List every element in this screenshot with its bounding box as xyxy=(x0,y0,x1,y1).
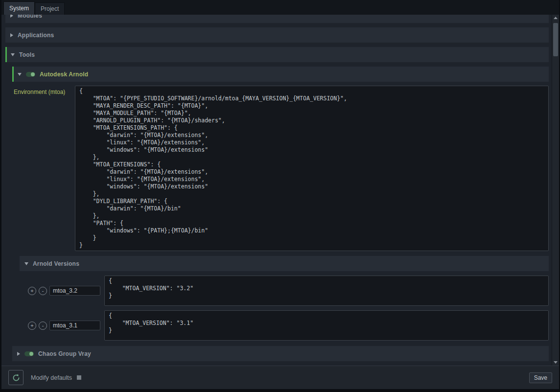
section-header-tools[interactable]: Tools xyxy=(5,47,549,62)
scrollbar-track[interactable] xyxy=(552,21,559,359)
section-header-arnold-versions[interactable]: Arnold Versions xyxy=(20,256,549,271)
tab-system[interactable]: System xyxy=(3,1,35,15)
tab-bar: System Project xyxy=(1,0,559,15)
section-arnold-versions: Arnold Versions + - { "MTOA_VERSION": "3… xyxy=(20,256,549,341)
version-row-mtoa-3-1: + - { "MTOA_VERSION": "3.1" } xyxy=(20,310,549,341)
section-title-applications: Applications xyxy=(18,32,54,39)
settings-window: System Project Modules Applications xyxy=(0,0,560,392)
arnold-enabled-toggle-icon[interactable] xyxy=(26,72,35,77)
version-name-input[interactable] xyxy=(49,286,100,296)
scrollbar-down-button[interactable] xyxy=(552,359,559,366)
expanded-arrow-icon xyxy=(11,53,15,56)
scrollbar-thumb[interactable] xyxy=(553,23,558,56)
remove-version-button[interactable]: - xyxy=(39,322,47,330)
refresh-button[interactable] xyxy=(8,370,23,385)
environment-field-row: Environment (mtoa) { "MTOA": "{PYPE_STUD… xyxy=(12,86,549,251)
collapsed-arrow-icon xyxy=(10,15,13,18)
version-json-editor[interactable]: { "MTOA_VERSION": "3.2" } xyxy=(104,276,549,306)
section-title-tools: Tools xyxy=(19,51,35,58)
arnold-versions-body: + - { "MTOA_VERSION": "3.2" } + - xyxy=(20,276,549,341)
section-title-arnold-versions: Arnold Versions xyxy=(33,260,79,267)
settings-scroll-content: Modules Applications Tools xyxy=(5,15,549,361)
add-version-button[interactable]: + xyxy=(28,322,36,330)
expanded-arrow-icon xyxy=(18,73,22,76)
version-name-input[interactable] xyxy=(49,321,100,330)
footer-bar: Modify defaults Save xyxy=(1,366,559,389)
modify-defaults-label: Modify defaults xyxy=(31,374,72,381)
save-button[interactable]: Save xyxy=(529,372,552,383)
section-tools: Tools Autodesk Arnold Environmen xyxy=(5,47,549,361)
modify-defaults-checkbox[interactable] xyxy=(77,375,81,380)
tab-project[interactable]: Project xyxy=(35,2,65,15)
collapsed-arrow-icon xyxy=(17,352,20,356)
environment-json-editor[interactable]: { "MTOA": "{PYPE_STUDIO_SOFTWARE}/arnold… xyxy=(75,86,549,251)
settings-scroll-area: Modules Applications Tools xyxy=(1,15,552,366)
version-json-editor[interactable]: { "MTOA_VERSION": "3.1" } xyxy=(104,310,549,341)
vray-enabled-toggle-icon[interactable] xyxy=(24,351,34,356)
group-header-autodesk-arnold[interactable]: Autodesk Arnold xyxy=(12,67,549,82)
refresh-icon xyxy=(12,373,21,382)
group-header-chaos-vray[interactable]: Chaos Group Vray xyxy=(12,346,549,361)
group-title-autodesk-arnold: Autodesk Arnold xyxy=(40,71,88,78)
environment-label: Environment (mtoa) xyxy=(14,86,75,251)
scroll-down-arrow-icon xyxy=(554,361,558,364)
group-chaos-vray: Chaos Group Vray xyxy=(12,346,549,361)
scroll-up-arrow-icon xyxy=(554,17,558,19)
section-header-modules[interactable]: Modules xyxy=(5,15,549,23)
group-title-chaos-vray: Chaos Group Vray xyxy=(38,350,91,357)
expanded-arrow-icon xyxy=(24,262,28,265)
section-header-applications[interactable]: Applications xyxy=(5,27,549,43)
add-version-button[interactable]: + xyxy=(28,287,36,295)
collapsed-arrow-icon xyxy=(10,33,13,37)
tab-system-label: System xyxy=(9,5,29,12)
arnold-group-body: Environment (mtoa) { "MTOA": "{PYPE_STUD… xyxy=(12,86,549,341)
tools-section-body: Autodesk Arnold Environment (mtoa) { "MT… xyxy=(5,67,549,361)
section-modules: Modules xyxy=(5,15,549,23)
settings-main: Modules Applications Tools xyxy=(1,15,559,366)
group-autodesk-arnold: Autodesk Arnold Environment (mtoa) { "MT… xyxy=(12,67,549,341)
version-row-mtoa-3-2: + - { "MTOA_VERSION": "3.2" } xyxy=(20,276,549,306)
section-title-modules: Modules xyxy=(18,15,42,19)
tab-project-label: Project xyxy=(41,5,59,12)
vertical-scrollbar[interactable] xyxy=(552,15,559,366)
scrollbar-up-button[interactable] xyxy=(552,15,559,21)
remove-version-button[interactable]: - xyxy=(39,287,47,295)
section-applications: Applications xyxy=(5,27,549,43)
